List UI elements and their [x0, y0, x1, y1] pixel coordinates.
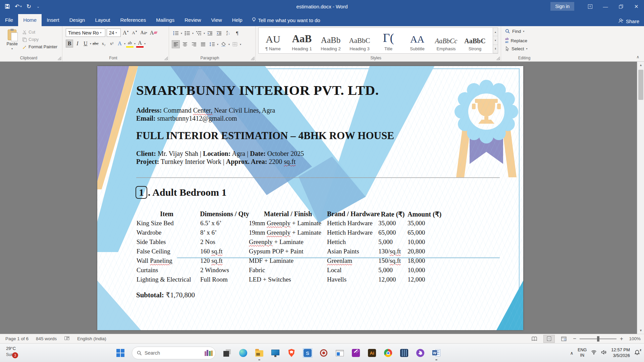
scrollbar-thumb[interactable]	[638, 70, 643, 100]
font-color-button[interactable]: A	[136, 40, 144, 48]
underline-button[interactable]: U	[82, 40, 89, 48]
numbering-caret[interactable]: ▾	[192, 32, 194, 35]
grow-font-button[interactable]: A▲	[122, 29, 130, 37]
bullets-button[interactable]	[172, 29, 180, 37]
line-spacing-caret[interactable]: ▾	[217, 43, 218, 46]
zoom-out-button[interactable]: −	[573, 336, 576, 342]
shrink-font-button[interactable]: A▼	[131, 29, 139, 37]
target-rings-icon[interactable]	[319, 348, 328, 358]
justify-button[interactable]	[199, 40, 207, 48]
numbering-button[interactable]	[183, 29, 191, 37]
sign-in-button[interactable]: Sign in	[550, 2, 574, 11]
print-layout-button[interactable]	[543, 335, 555, 343]
window-panel-app-icon[interactable]	[335, 348, 344, 358]
wifi-icon[interactable]	[591, 350, 597, 356]
weather-widget[interactable]: 3 29°CSunny	[3, 346, 18, 357]
zoom-level[interactable]: 100%	[627, 336, 641, 341]
font-family-combo[interactable]: Times New Ro▾	[66, 28, 105, 37]
align-center-button[interactable]	[181, 40, 189, 48]
tray-expand-chevron[interactable]: ∧	[570, 351, 574, 356]
line-spacing-button[interactable]	[208, 40, 216, 48]
tab-help[interactable]: Help	[227, 14, 248, 26]
bold-button[interactable]: B	[66, 40, 73, 48]
tab-file[interactable]: File	[0, 14, 18, 26]
minimize-button[interactable]: —	[598, 0, 613, 13]
borders-button[interactable]	[231, 40, 239, 48]
select-button[interactable]: Select▾	[505, 46, 528, 51]
blue-app-icon[interactable]: S	[303, 348, 312, 358]
read-mode-button[interactable]	[529, 335, 540, 343]
increase-indent-button[interactable]	[215, 29, 223, 37]
highlight-color-button[interactable]: ab	[126, 40, 133, 48]
style-name[interactable]: AU¶ Name	[259, 28, 287, 53]
restore-button[interactable]	[613, 0, 629, 13]
scroll-up-arrow[interactable]: ▲	[637, 62, 644, 68]
tab-layout[interactable]: Layout	[90, 14, 115, 26]
purple-pen-app-icon[interactable]	[351, 348, 361, 358]
close-button[interactable]: ×	[629, 0, 644, 13]
superscript-button[interactable]: x²	[108, 40, 115, 48]
strikethrough-button[interactable]: abc	[92, 40, 99, 48]
find-button[interactable]: Find▾	[505, 29, 524, 34]
web-layout-button[interactable]	[558, 335, 570, 343]
paste-dropdown-caret[interactable]: ▾	[11, 47, 13, 50]
ribbon-display-options-button[interactable]	[582, 0, 598, 13]
subscript-button[interactable]: x₂	[100, 40, 107, 48]
style-emphasis[interactable]: AaBbCcEmphasis	[432, 28, 461, 53]
underline-caret[interactable]: ▾	[90, 42, 91, 45]
language-indicator[interactable]: English (India)	[77, 336, 106, 341]
purple-bird-app-icon[interactable]	[416, 348, 425, 358]
vertical-scrollbar[interactable]: ▲ ▼	[637, 62, 644, 334]
highlight-caret[interactable]: ▾	[134, 42, 136, 45]
style-heading-2[interactable]: AaBbHeading 2	[316, 28, 345, 53]
file-explorer-icon[interactable]	[255, 348, 264, 358]
word-taskbar-icon[interactable]: W	[432, 348, 441, 358]
sort-button[interactable]: AZ↓	[224, 29, 232, 37]
zoom-slider-thumb[interactable]	[597, 336, 599, 342]
italic-button[interactable]: I	[74, 40, 81, 48]
align-right-button[interactable]	[190, 40, 198, 48]
style-heading-1[interactable]: AaBHeading 1	[287, 28, 316, 53]
shading-caret[interactable]: ▾	[228, 43, 230, 46]
bullets-caret[interactable]: ▾	[181, 32, 182, 35]
align-left-button[interactable]	[172, 40, 180, 48]
volume-icon[interactable]	[601, 350, 607, 356]
tab-design[interactable]: Design	[64, 14, 90, 26]
tab-mailings[interactable]: Mailings	[151, 14, 179, 26]
patterned-app-icon[interactable]	[399, 348, 409, 358]
replace-button[interactable]: abacReplace	[505, 38, 527, 44]
multilevel-caret[interactable]: ▾	[204, 32, 205, 35]
show-formatting-button[interactable]: ¶	[233, 29, 241, 37]
paste-button[interactable]: Paste ▾	[3, 28, 21, 54]
tab-view[interactable]: View	[206, 14, 227, 26]
clock[interactable]: 12:57 PM3/5/2026	[611, 347, 630, 359]
styles-dialog-launcher[interactable]	[496, 57, 500, 60]
styles-more-button[interactable]: ⇟	[493, 45, 498, 53]
borders-caret[interactable]: ▾	[240, 43, 241, 46]
font-dialog-launcher[interactable]	[164, 57, 168, 60]
tab-insert[interactable]: Insert	[42, 14, 64, 26]
zoom-in-button[interactable]: +	[620, 336, 623, 342]
style-heading-3[interactable]: AaBbCHeading 3	[345, 28, 374, 53]
document-page[interactable]: SMARTBUNNY INTERIOR PVT. LTD. Address: C…	[97, 66, 523, 330]
word-count[interactable]: 845 words	[36, 336, 57, 341]
styles-scroll-down[interactable]: ▾	[493, 36, 498, 45]
edge-icon[interactable]	[238, 348, 248, 358]
app-stack-icon[interactable]	[222, 348, 232, 358]
shading-button[interactable]	[219, 40, 227, 48]
multilevel-list-button[interactable]	[195, 29, 203, 37]
style-strong[interactable]: AaBbCStrong	[461, 28, 489, 53]
start-button[interactable]	[116, 348, 125, 358]
clipboard-dialog-launcher[interactable]	[58, 57, 61, 60]
cut-button[interactable]: Cut	[22, 29, 57, 35]
decrease-indent-button[interactable]	[206, 29, 214, 37]
chrome-icon[interactable]	[383, 348, 393, 358]
style-subtitle[interactable]: AASubtitle	[403, 28, 432, 53]
zoom-slider[interactable]	[580, 339, 616, 339]
display-settings-icon[interactable]	[271, 348, 280, 358]
font-size-combo[interactable]: 24▾	[107, 28, 121, 37]
page-indicator[interactable]: Page 1 of 6	[5, 336, 29, 341]
clear-formatting-button[interactable]: A	[149, 29, 158, 37]
scroll-down-arrow[interactable]: ▼	[637, 327, 644, 334]
styles-scroll-up[interactable]: ▴	[493, 28, 498, 36]
